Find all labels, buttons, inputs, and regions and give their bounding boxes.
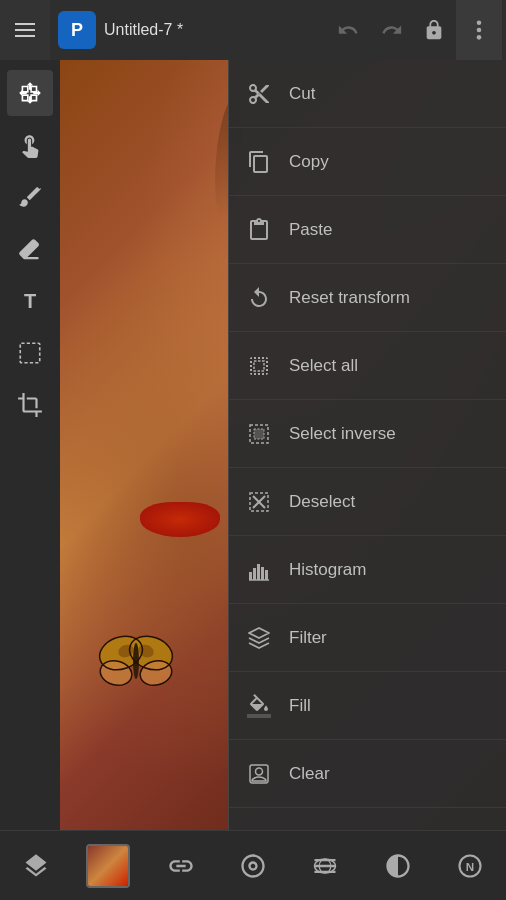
more-dots-icon [476, 19, 482, 41]
left-toolbar: T [0, 60, 60, 830]
more-options-button[interactable] [456, 0, 502, 60]
layers-icon [22, 852, 50, 880]
top-bar: P Untitled-7 * [0, 0, 506, 60]
copy-label: Copy [289, 152, 329, 172]
reset-transform-icon [245, 284, 273, 312]
deselect-icon [245, 488, 273, 516]
menu-item-histogram[interactable]: Histogram [229, 536, 506, 604]
cut-label: Cut [289, 84, 315, 104]
fill-label: Fill [289, 696, 311, 716]
menu-button[interactable] [0, 0, 50, 60]
brush-icon [17, 184, 43, 210]
svg-rect-3 [20, 343, 40, 363]
select-all-icon [245, 352, 273, 380]
select-move-tool[interactable] [7, 70, 53, 116]
filter-icon [245, 624, 273, 652]
topbar-actions [328, 0, 506, 60]
menu-item-select-all[interactable]: Select all [229, 332, 506, 400]
filter-label: Filter [289, 628, 327, 648]
svg-rect-21 [249, 572, 252, 580]
target-icon [239, 852, 267, 880]
selection-icon [17, 340, 43, 366]
paste-icon [245, 216, 273, 244]
svg-rect-23 [257, 564, 260, 580]
layers-button[interactable] [11, 836, 61, 896]
bottom-toolbar: N [0, 830, 506, 900]
link-icon [167, 852, 195, 880]
text-tool[interactable]: T [7, 278, 53, 324]
svg-point-1 [477, 28, 482, 33]
link-button[interactable] [156, 836, 206, 896]
document-title: Untitled-7 * [104, 21, 328, 39]
hamburger-icon [15, 23, 35, 37]
brush-tool[interactable] [7, 174, 53, 220]
svg-rect-22 [253, 568, 256, 580]
undo-icon [337, 19, 359, 41]
butterfly-element [96, 631, 176, 691]
select-inverse-icon [245, 420, 273, 448]
svg-point-0 [477, 20, 482, 25]
menu-item-copy[interactable]: Copy [229, 128, 506, 196]
butterfly-svg [96, 631, 176, 691]
menu-item-clear[interactable]: Clear [229, 740, 506, 808]
paste-label: Paste [289, 220, 332, 240]
adjust-icon [384, 852, 412, 880]
eraser-icon [17, 236, 43, 262]
text-icon: T [24, 290, 36, 313]
deselect-label: Deselect [289, 492, 355, 512]
redo-icon [381, 19, 403, 41]
hand-tool[interactable] [7, 122, 53, 168]
thumbnail-button[interactable] [83, 836, 133, 896]
layer-thumbnail [86, 844, 130, 888]
svg-text:N: N [466, 859, 474, 872]
lock-icon [423, 19, 445, 41]
svg-rect-24 [261, 567, 264, 580]
select-move-icon [17, 80, 43, 106]
hand-icon [17, 132, 43, 158]
target-button[interactable] [228, 836, 278, 896]
select-all-label: Select all [289, 356, 358, 376]
cut-icon [245, 80, 273, 108]
select-inverse-label: Select inverse [289, 424, 396, 444]
clear-icon [245, 760, 273, 788]
adjust-button[interactable] [373, 836, 423, 896]
menu-item-select-inverse[interactable]: Select inverse [229, 400, 506, 468]
app-logo: P [58, 11, 96, 49]
lines-icon [311, 852, 339, 880]
selection-tool[interactable] [7, 330, 53, 376]
neutral-button[interactable]: N [445, 836, 495, 896]
clear-label: Clear [289, 764, 330, 784]
menu-item-deselect[interactable]: Deselect [229, 468, 506, 536]
redo-button[interactable] [372, 10, 412, 50]
thumbnail-image [88, 846, 128, 886]
svg-rect-17 [254, 429, 264, 439]
undo-button[interactable] [328, 10, 368, 50]
menu-item-fill[interactable]: Fill [229, 672, 506, 740]
eraser-tool[interactable] [7, 226, 53, 272]
menu-item-reset-transform[interactable]: Reset transform [229, 264, 506, 332]
menu-item-paste[interactable]: Paste [229, 196, 506, 264]
copy-icon [245, 148, 273, 176]
svg-point-2 [477, 35, 482, 40]
lines-button[interactable] [300, 836, 350, 896]
crop-icon [17, 392, 43, 418]
neutral-icon: N [456, 852, 484, 880]
reset-transform-label: Reset transform [289, 288, 410, 308]
svg-rect-25 [265, 570, 268, 580]
fill-icon [245, 692, 273, 720]
lock-button[interactable] [416, 12, 452, 48]
context-menu: Cut Copy Paste Reset transform Select al… [228, 60, 506, 830]
crop-tool[interactable] [7, 382, 53, 428]
menu-item-filter[interactable]: Filter [229, 604, 506, 672]
menu-item-cut[interactable]: Cut [229, 60, 506, 128]
histogram-label: Histogram [289, 560, 366, 580]
histogram-icon [245, 556, 273, 584]
svg-rect-15 [254, 361, 264, 371]
